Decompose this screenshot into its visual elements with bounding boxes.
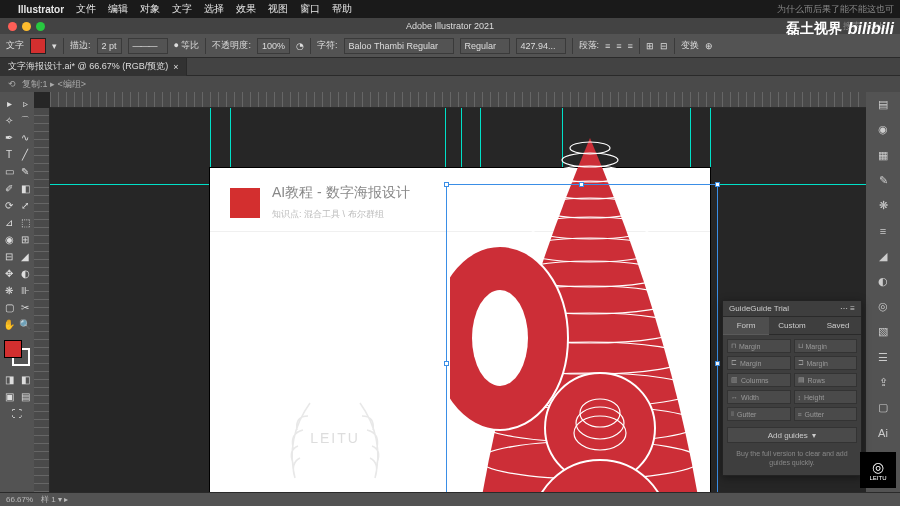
swatches-panel-icon[interactable]: ▦ — [873, 147, 893, 164]
tab-saved[interactable]: Saved — [815, 317, 861, 335]
rotate-tool[interactable]: ⟳ — [2, 198, 17, 213]
close-window-button[interactable] — [8, 22, 17, 31]
pen-tool[interactable]: ✒ — [2, 130, 17, 145]
stroke-panel-icon[interactable]: ≡ — [873, 222, 893, 239]
align-objects-icon[interactable]: ⊞ — [646, 41, 654, 51]
zoom-window-button[interactable] — [36, 22, 45, 31]
add-guides-button[interactable]: Add guides ▾ — [727, 427, 857, 443]
isolation-back-icon[interactable]: ⟲ — [8, 79, 16, 89]
margin-left-input[interactable]: ⊏ Margin — [727, 356, 791, 370]
curvature-tool[interactable]: ∿ — [18, 130, 33, 145]
screen-mode-icon[interactable]: ⛶ — [10, 406, 25, 421]
status-info[interactable]: 样 1 ▾ ▸ — [41, 494, 68, 505]
hand-tool[interactable]: ✋ — [2, 317, 17, 332]
perspective-tool[interactable]: ⊞ — [18, 232, 33, 247]
appearance-panel-icon[interactable]: ◎ — [873, 298, 893, 315]
distribute-icon[interactable]: ⊟ — [660, 41, 668, 51]
menu-edit[interactable]: 编辑 — [108, 2, 128, 16]
selection-tool[interactable]: ▸ — [2, 96, 17, 111]
menu-object[interactable]: 对象 — [140, 2, 160, 16]
guideguide-panel[interactable]: GuideGuide Trial ⋯ ≡ Form Custom Saved ⊓… — [722, 300, 862, 476]
properties-panel-icon[interactable]: ▤ — [873, 96, 893, 113]
transparency-panel-icon[interactable]: ◐ — [873, 273, 893, 290]
layers-panel-icon[interactable]: ☰ — [873, 349, 893, 366]
opacity-input[interactable]: 100% — [257, 38, 290, 54]
rectangle-tool[interactable]: ▭ — [2, 164, 17, 179]
margin-bottom-input[interactable]: ⊔ Margin — [794, 339, 858, 353]
document-tab[interactable]: 文字海报设计.ai* @ 66.67% (RGB/预览) × — [0, 58, 187, 76]
stroke-weight-input[interactable]: 2 pt — [97, 38, 122, 54]
align-center-icon[interactable]: ≡ — [616, 41, 621, 51]
color-panel-icon[interactable]: ◉ — [873, 121, 893, 138]
horizontal-ruler[interactable] — [50, 92, 866, 108]
zoom-level[interactable]: 66.67% — [6, 495, 33, 504]
stroke-dash-select[interactable]: ——— — [128, 38, 168, 54]
breadcrumb-path[interactable]: 复制:1 ▸ <编组> — [22, 78, 86, 91]
gradient-mode-icon[interactable]: ◧ — [18, 372, 33, 387]
slice-tool[interactable]: ✂ — [18, 300, 33, 315]
libraries-panel-icon[interactable]: Ai — [873, 424, 893, 441]
menu-type[interactable]: 文字 — [172, 2, 192, 16]
paintbrush-tool[interactable]: ✎ — [18, 164, 33, 179]
fx-icon[interactable]: ◔ — [296, 41, 304, 51]
tab-custom[interactable]: Custom — [769, 317, 815, 335]
chevron-down-icon[interactable]: ▾ — [52, 41, 57, 51]
type-tool[interactable]: T — [2, 147, 17, 162]
menu-help[interactable]: 帮助 — [332, 2, 352, 16]
tab-form[interactable]: Form — [723, 317, 769, 335]
artboards-panel-icon[interactable]: ▢ — [873, 399, 893, 416]
align-right-icon[interactable]: ≡ — [628, 41, 633, 51]
graphic-styles-panel-icon[interactable]: ▧ — [873, 323, 893, 340]
pin-icon[interactable]: ⊕ — [705, 41, 713, 51]
lasso-tool[interactable]: ⌒ — [18, 113, 33, 128]
font-style-select[interactable]: Regular — [460, 38, 510, 54]
mesh-tool[interactable]: ⊟ — [2, 249, 17, 264]
menu-window[interactable]: 窗口 — [300, 2, 320, 16]
brushes-panel-icon[interactable]: ✎ — [873, 172, 893, 189]
symbols-panel-icon[interactable]: ❋ — [873, 197, 893, 214]
gradient-tool[interactable]: ◢ — [18, 249, 33, 264]
height-input[interactable]: ↕ Height — [794, 390, 858, 404]
panel-menu-icon[interactable]: ⋯ ≡ — [840, 304, 855, 313]
free-transform-tool[interactable]: ⬚ — [18, 215, 33, 230]
magic-wand-tool[interactable]: ✧ — [2, 113, 17, 128]
asset-export-panel-icon[interactable]: ⇪ — [873, 374, 893, 391]
fill-stroke-control[interactable] — [4, 340, 30, 366]
menu-view[interactable]: 视图 — [268, 2, 288, 16]
align-left-icon[interactable]: ≡ — [605, 41, 610, 51]
eyedropper-tool[interactable]: ✥ — [2, 266, 17, 281]
selection-bounding-box[interactable] — [446, 184, 718, 492]
menu-file[interactable]: 文件 — [76, 2, 96, 16]
margin-right-input[interactable]: ⊐ Margin — [794, 356, 858, 370]
gutter-v-input[interactable]: ≡ Gutter — [794, 407, 858, 421]
width-input[interactable]: ↔ Width — [727, 390, 791, 404]
menu-select[interactable]: 选择 — [204, 2, 224, 16]
vertical-ruler[interactable] — [34, 108, 50, 492]
gradient-panel-icon[interactable]: ◢ — [873, 248, 893, 265]
fill-color[interactable] — [4, 340, 22, 358]
line-tool[interactable]: ╱ — [18, 147, 33, 162]
font-family-select[interactable]: Baloo Thambi Regular — [344, 38, 454, 54]
color-mode-icon[interactable]: ◨ — [2, 372, 17, 387]
gutter-h-input[interactable]: ⦀ Gutter — [727, 407, 791, 421]
draw-normal-icon[interactable]: ▣ — [2, 389, 17, 404]
fill-swatch[interactable] — [30, 38, 46, 54]
draw-behind-icon[interactable]: ▤ — [18, 389, 33, 404]
width-tool[interactable]: ⊿ — [2, 215, 17, 230]
columns-input[interactable]: ▥ Columns — [727, 373, 791, 387]
eraser-tool[interactable]: ◧ — [18, 181, 33, 196]
scale-tool[interactable]: ⤢ — [18, 198, 33, 213]
shaper-tool[interactable]: ✐ — [2, 181, 17, 196]
symbol-sprayer-tool[interactable]: ❋ — [2, 283, 17, 298]
minimize-window-button[interactable] — [22, 22, 31, 31]
app-name[interactable]: Illustrator — [18, 4, 64, 15]
artboard-tool[interactable]: ▢ — [2, 300, 17, 315]
shape-builder-tool[interactable]: ◉ — [2, 232, 17, 247]
menu-effect[interactable]: 效果 — [236, 2, 256, 16]
font-size-input[interactable]: 427.94... — [516, 38, 566, 54]
zoom-tool[interactable]: 🔍 — [18, 317, 33, 332]
direct-selection-tool[interactable]: ▹ — [18, 96, 33, 111]
blend-tool[interactable]: ◐ — [18, 266, 33, 281]
graph-tool[interactable]: ⊪ — [18, 283, 33, 298]
margin-top-input[interactable]: ⊓ Margin — [727, 339, 791, 353]
